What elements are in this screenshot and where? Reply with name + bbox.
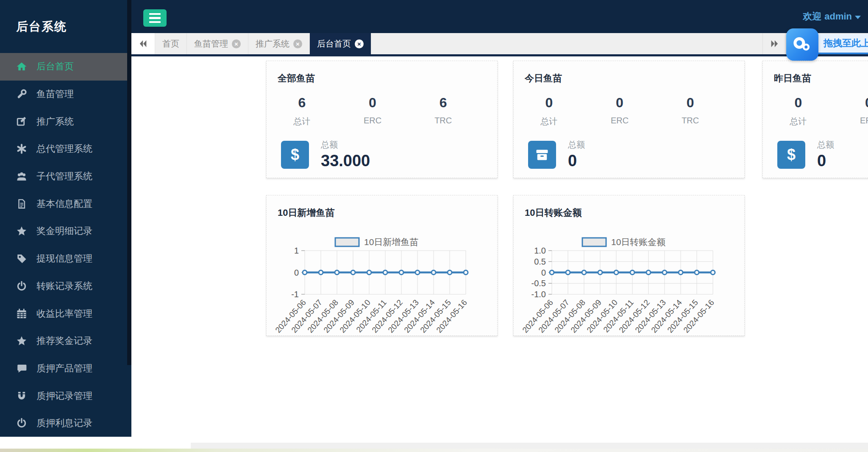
total-value: 33.000 [321, 152, 370, 170]
sidebar-item[interactable]: 质押产品管理 [0, 355, 131, 382]
sidebar-item[interactable]: 奖金明细记录 [0, 218, 131, 245]
stat-card: 全部鱼苗6总计0ERC6TRC$总额33.000 [266, 61, 498, 178]
asterisk-icon [16, 143, 27, 154]
close-icon[interactable]: × [355, 39, 364, 48]
sidebar-item[interactable]: 提现信息管理 [0, 245, 131, 273]
sidebar-item-label: 提现信息管理 [36, 252, 92, 265]
chart-title: 10日新增鱼苗 [267, 195, 497, 219]
total-value: 0 [817, 152, 834, 170]
calendar-icon [16, 308, 27, 319]
svg-text:0.5: 0.5 [534, 257, 546, 266]
sidebar-scrollbar[interactable] [127, 0, 131, 437]
tab-label: 首页 [162, 38, 179, 50]
sidebar-item[interactable]: 转账记录系统 [0, 273, 131, 300]
svg-text:1: 1 [294, 246, 299, 255]
stat-columns: 0总计0ERC0TRC [514, 95, 726, 127]
close-icon[interactable]: × [293, 39, 302, 48]
double-chevron-right-icon [769, 38, 780, 49]
upload-drop-hint: 拖拽至此上传 [818, 34, 868, 54]
star-icon [16, 335, 27, 346]
sidebar-item-label: 基本信息配置 [36, 198, 92, 210]
svg-text:0: 0 [294, 268, 299, 277]
bottom-edge [0, 449, 868, 452]
tab[interactable]: 鱼苗管理× [187, 33, 248, 54]
close-icon[interactable]: × [232, 39, 241, 48]
svg-text:-1: -1 [291, 290, 299, 299]
tab[interactable]: 首页 [155, 33, 187, 54]
dollar-icon: $ [281, 141, 309, 169]
wrench-icon [16, 89, 27, 100]
stat-total-row: $总额33.000 [281, 139, 497, 170]
stat-column: 6总计 [267, 95, 337, 127]
sidebar-item[interactable]: 质押利息记录 [0, 410, 131, 437]
total-label: 总额 [817, 139, 834, 151]
tab[interactable]: 后台首页× [310, 33, 371, 54]
svg-text:1.0: 1.0 [534, 246, 546, 255]
sidebar-item[interactable]: 推广系统 [0, 108, 131, 135]
sidebar-item-label: 鱼苗管理 [36, 88, 74, 100]
main-panel: 欢迎 admin 首页鱼苗管理×推广系统×后台首页× 关闭 [131, 0, 868, 56]
svg-text:10日转账金额: 10日转账金额 [611, 237, 665, 247]
stat-label: 总计 [267, 116, 337, 127]
double-chevron-left-icon [138, 38, 149, 49]
sidebar-item[interactable]: 收益比率管理 [0, 300, 131, 327]
stat-total-row: $总额0 [777, 139, 868, 170]
cloud-rings-icon [791, 33, 813, 56]
stat-column: 0总计 [514, 95, 584, 127]
star-icon [16, 226, 27, 237]
stat-card-title: 今日鱼苗 [514, 61, 744, 85]
file-icon [16, 198, 27, 209]
sidebar-item[interactable]: 总代管理系统 [0, 135, 131, 163]
svg-text:10日新增鱼苗: 10日新增鱼苗 [364, 237, 418, 247]
stat-value: 6 [408, 95, 479, 111]
stat-card: 今日鱼苗0总计0ERC0TRC总额0 [513, 61, 745, 178]
sidebar: 后台系统 后台首页鱼苗管理推广系统总代管理系统子代管理系统基本信息配置奖金明细记… [0, 0, 131, 437]
scroll-tabs-right-button[interactable] [762, 33, 785, 54]
stat-label: ERC [337, 116, 408, 126]
sidebar-item[interactable]: 后台首页 [0, 53, 131, 81]
stat-label: 总计 [763, 116, 834, 127]
stat-column: 0ERC [584, 95, 655, 127]
total-label: 总额 [321, 139, 370, 151]
svg-text:0: 0 [541, 268, 546, 277]
stat-value: 0 [655, 95, 726, 111]
tab[interactable]: 推广系统× [248, 33, 310, 54]
welcome-label: 欢迎 [803, 10, 821, 23]
edit-icon [16, 116, 27, 127]
sidebar-item[interactable]: 子代管理系统 [0, 163, 131, 190]
stat-value: 0 [584, 95, 655, 111]
netdisk-upload-icon[interactable] [786, 28, 818, 61]
sidebar-item-label: 总代管理系统 [36, 142, 92, 155]
stat-column: 0总计 [763, 95, 834, 127]
stat-value: 0 [763, 95, 834, 111]
archive-icon [528, 141, 556, 169]
magnet-icon [16, 391, 27, 402]
menu-toggle-button[interactable] [143, 9, 167, 27]
scrollbar-thumb[interactable] [127, 0, 131, 365]
comment-icon [16, 363, 27, 374]
tab-label: 鱼苗管理 [194, 38, 228, 50]
tab-label: 推广系统 [256, 38, 289, 50]
sidebar-menu: 后台首页鱼苗管理推广系统总代管理系统子代管理系统基本信息配置奖金明细记录提现信息… [0, 53, 131, 437]
username: admin [824, 11, 852, 22]
sidebar-item[interactable]: 推荐奖金记录 [0, 327, 131, 355]
chart-canvas: 10-12024-05-062024-05-072024-05-082024-0… [267, 223, 497, 338]
chart-card: 10日转账金额1.00.50-0.5-1.02024-05-062024-05-… [513, 195, 745, 336]
home-icon [16, 61, 27, 72]
stat-label: 总计 [514, 116, 584, 127]
stat-card: 昨日鱼苗0总计0ERC0TRC$总额0 [762, 61, 868, 178]
stat-label: TRC [408, 116, 479, 126]
sidebar-item-label: 质押利息记录 [36, 417, 92, 430]
svg-text:-0.5: -0.5 [531, 279, 546, 288]
scroll-tabs-left-button[interactable] [131, 33, 155, 54]
sidebar-item[interactable]: 质押记录管理 [0, 382, 131, 410]
content-area: 全部鱼苗6总计0ERC6TRC$总额33.000今日鱼苗0总计0ERC0TRC总… [263, 56, 868, 438]
upload-drop-hint-label: 拖拽至此上传 [823, 37, 868, 50]
chart-canvas: 1.00.50-0.5-1.02024-05-062024-05-072024-… [514, 223, 744, 338]
chart-card: 10日新增鱼苗10-12024-05-062024-05-072024-05-0… [266, 195, 498, 336]
stat-column: 0ERC [337, 95, 408, 127]
total-label: 总额 [568, 139, 585, 151]
top-navbar: 欢迎 admin [131, 0, 868, 33]
sidebar-item[interactable]: 基本信息配置 [0, 190, 131, 218]
sidebar-item[interactable]: 鱼苗管理 [0, 81, 131, 108]
